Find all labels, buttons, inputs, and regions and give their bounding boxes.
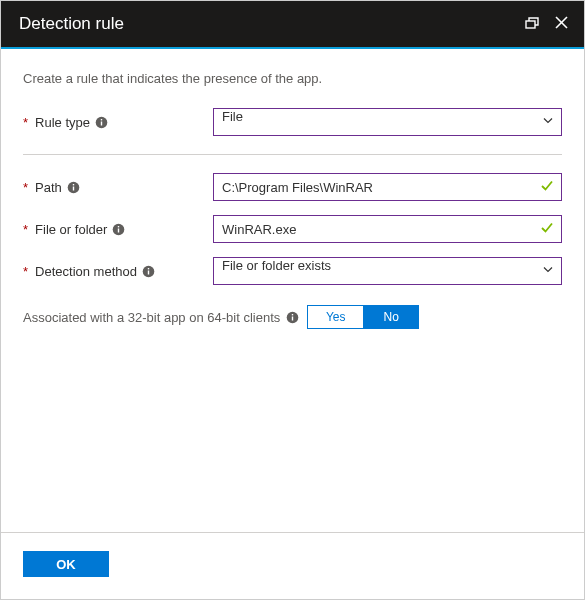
detection-method-row: * Detection method File or folder exists (23, 257, 562, 285)
associated-toggle: Yes No (307, 305, 419, 329)
svg-rect-16 (292, 316, 293, 320)
associated-yes-button[interactable]: Yes (307, 305, 363, 329)
detection-method-select[interactable]: File or folder exists (213, 257, 562, 285)
path-label-text: Path (35, 180, 62, 195)
footer: OK (1, 532, 584, 599)
detection-method-label: * Detection method (23, 264, 213, 279)
detection-method-label-text: Detection method (35, 264, 137, 279)
associated-no-button[interactable]: No (363, 305, 419, 329)
description-text: Create a rule that indicates the presenc… (23, 71, 562, 86)
required-asterisk: * (23, 264, 28, 279)
path-label: * Path (23, 180, 213, 195)
rule-type-row: * Rule type File (23, 108, 562, 136)
rule-type-label: * Rule type (23, 115, 213, 130)
file-or-folder-input[interactable] (213, 215, 562, 243)
associated-label-text: Associated with a 32-bit app on 64-bit c… (23, 310, 280, 325)
svg-rect-7 (73, 186, 74, 190)
divider (23, 154, 562, 155)
svg-rect-10 (118, 228, 119, 232)
detection-method-value: File or folder exists (222, 258, 331, 273)
restore-icon[interactable] (525, 17, 539, 32)
titlebar-actions (525, 16, 568, 32)
titlebar: Detection rule (1, 1, 584, 49)
file-or-folder-label: * File or folder (23, 222, 213, 237)
path-row: * Path (23, 173, 562, 201)
rule-type-select[interactable]: File (213, 108, 562, 136)
svg-rect-17 (292, 314, 293, 315)
info-icon[interactable] (142, 265, 155, 278)
close-icon[interactable] (555, 16, 568, 32)
associated-row: Associated with a 32-bit app on 64-bit c… (23, 305, 562, 329)
required-asterisk: * (23, 115, 28, 130)
rule-type-field: File (213, 108, 562, 136)
svg-rect-4 (101, 121, 102, 125)
info-icon[interactable] (95, 116, 108, 129)
content-area: Create a rule that indicates the presenc… (1, 49, 584, 532)
file-or-folder-row: * File or folder (23, 215, 562, 243)
svg-rect-8 (73, 184, 74, 185)
required-asterisk: * (23, 180, 28, 195)
detection-method-field: File or folder exists (213, 257, 562, 285)
panel-title: Detection rule (19, 14, 525, 34)
file-or-folder-field (213, 215, 562, 243)
file-or-folder-label-text: File or folder (35, 222, 107, 237)
rule-type-label-text: Rule type (35, 115, 90, 130)
svg-rect-5 (101, 119, 102, 120)
svg-rect-0 (526, 21, 535, 28)
info-icon[interactable] (67, 181, 80, 194)
svg-rect-11 (118, 226, 119, 227)
path-field (213, 173, 562, 201)
svg-rect-13 (148, 270, 149, 274)
associated-label: Associated with a 32-bit app on 64-bit c… (23, 310, 299, 325)
info-icon[interactable] (286, 311, 299, 324)
path-input[interactable] (213, 173, 562, 201)
required-asterisk: * (23, 222, 28, 237)
rule-type-value: File (222, 109, 243, 124)
detection-rule-panel: Detection rule Create a rule that indica… (0, 0, 585, 600)
ok-button[interactable]: OK (23, 551, 109, 577)
info-icon[interactable] (112, 223, 125, 236)
svg-rect-14 (148, 268, 149, 269)
